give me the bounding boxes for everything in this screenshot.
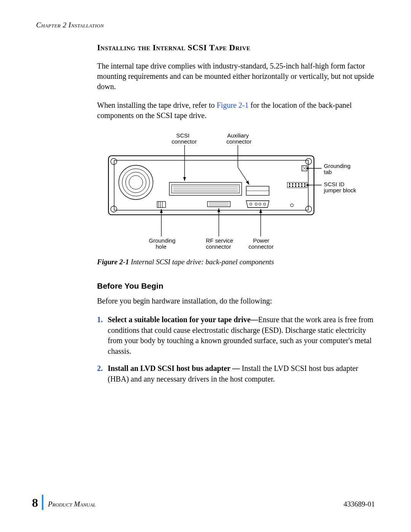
svg-point-39: [304, 184, 306, 185]
svg-point-46: [290, 204, 293, 207]
label-grounding-tab-2: tab: [324, 169, 332, 175]
step-1: 1. Select a suitable location for your t…: [97, 315, 379, 356]
label-grounding-hole-1: Grounding: [149, 237, 175, 244]
svg-point-35: [292, 184, 293, 185]
svg-rect-14: [169, 182, 242, 195]
para2-a: When installing the tape drive, refer to: [97, 101, 217, 109]
figure-caption-bold: Figure 2-1: [97, 258, 129, 266]
intro-line: Before you begin hardware installation, …: [97, 296, 379, 306]
figure-caption-rest: Internal SCSI tape drive: back-panel com…: [129, 258, 274, 266]
svg-rect-1: [114, 160, 308, 210]
svg-rect-0: [108, 156, 314, 215]
chapter-header: Chapter 2 Installation: [36, 21, 375, 29]
label-aux-connector-1: Auxiliary: [227, 132, 249, 139]
svg-point-7: [122, 169, 150, 196]
label-scsi-id-2: jumper block: [323, 187, 357, 193]
svg-point-26: [250, 203, 252, 205]
step-2-bold: Install an LVD SCSI host bus adapter —: [108, 364, 242, 372]
section-heading: Installing the Internal SCSI Tape Drive: [97, 43, 379, 53]
step-1-bold: Select a suitable location for your tape…: [108, 315, 258, 324]
label-scsi-id-1: SCSI ID: [324, 181, 344, 187]
tape-drive-diagram: SCSI connector Auxiliary connector Groun…: [97, 129, 371, 251]
page: Chapter 2 Installation Installing the In…: [0, 0, 411, 532]
svg-point-40: [289, 186, 290, 187]
svg-point-28: [259, 203, 261, 205]
svg-point-43: [298, 186, 299, 187]
svg-rect-33: [287, 182, 307, 188]
label-power-1: Power: [253, 237, 269, 244]
content-column: Installing the Internal SCSI Tape Drive …: [97, 43, 379, 385]
label-grounding-tab-1: Grounding: [324, 163, 350, 169]
svg-point-9: [129, 176, 143, 189]
step-1-number: 1.: [97, 315, 108, 356]
svg-point-29: [263, 203, 266, 205]
label-scsi-connector-1: SCSI: [176, 132, 190, 139]
figure-caption: Figure 2-1 Internal SCSI tape drive: bac…: [97, 258, 379, 266]
label-aux-connector-2: connector: [226, 138, 252, 145]
svg-point-41: [292, 186, 293, 187]
figure-2-1: SCSI connector Auxiliary connector Groun…: [97, 129, 394, 251]
svg-point-8: [126, 172, 146, 193]
step-2-number: 2.: [97, 363, 108, 384]
svg-rect-10: [157, 201, 166, 208]
svg-point-3: [306, 158, 312, 165]
svg-rect-15: [172, 185, 239, 193]
footer-accent-bar: [42, 495, 43, 510]
svg-point-5: [306, 206, 312, 212]
svg-point-2: [111, 158, 117, 165]
svg-point-45: [304, 186, 306, 187]
svg-point-42: [295, 186, 296, 187]
svg-point-38: [301, 184, 303, 185]
footer-doc-number: 433689-01: [344, 500, 375, 510]
label-grounding-hole-2: hole: [156, 243, 166, 250]
paragraph-1: The internal tape drive complies with in…: [97, 61, 379, 92]
label-rf-service-1: RF service: [206, 237, 233, 244]
subheading-before-you-begin: Before You Begin: [97, 281, 379, 291]
label-scsi-connector-2: connector: [172, 138, 197, 145]
footer-product-manual: Product Manual: [48, 500, 344, 510]
paragraph-2: When installing the tape drive, refer to…: [97, 100, 379, 121]
svg-line-49: [238, 167, 249, 185]
label-rf-service-2: connector: [206, 243, 231, 250]
figure-link[interactable]: Figure 2-1: [217, 101, 249, 109]
svg-point-34: [289, 184, 290, 185]
svg-point-27: [255, 203, 257, 205]
svg-point-36: [295, 184, 296, 185]
step-2: 2. Install an LVD SCSI host bus adapter …: [97, 363, 379, 384]
page-number: 8: [32, 496, 38, 510]
steps-list: 1. Select a suitable location for your t…: [97, 315, 379, 385]
svg-point-44: [301, 186, 303, 187]
label-power-2: connector: [249, 243, 274, 250]
page-footer: 8 Product Manual 433689-01: [32, 495, 375, 510]
svg-point-6: [119, 165, 153, 200]
svg-point-4: [111, 206, 117, 212]
svg-point-37: [298, 184, 299, 185]
